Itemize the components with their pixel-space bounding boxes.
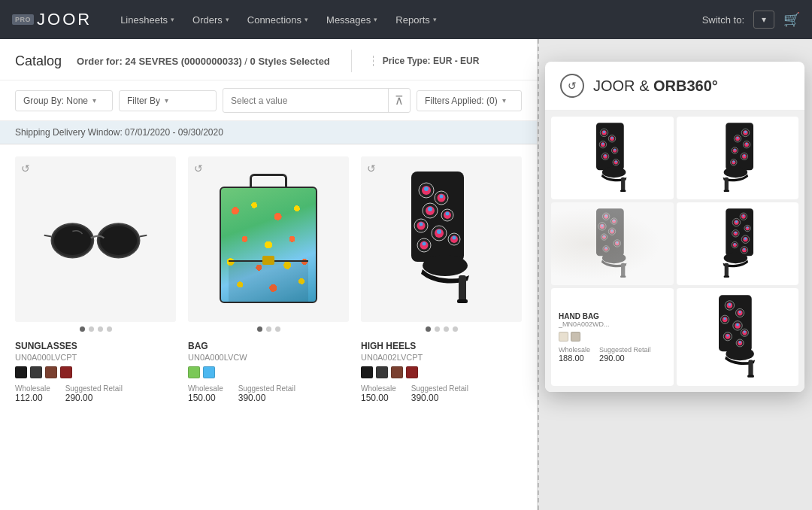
product-card-sunglasses: ↺ — [15, 156, 176, 498]
svg-line-4 — [44, 235, 52, 237]
product-dots-heels — [361, 326, 522, 332]
chevron-down-icon: ▾ — [502, 96, 506, 105]
orb-hand-bag-label: HAND BAG — [559, 312, 599, 320]
chevron-down-icon: ▾ — [433, 16, 437, 23]
product-image-sunglasses[interactable]: ↺ — [15, 156, 176, 322]
svg-point-53 — [602, 166, 626, 178]
dot[interactable] — [435, 326, 440, 332]
nav-linesheets[interactable]: Linesheets ▾ — [113, 10, 182, 30]
switch-to-button[interactable]: ▾ — [753, 11, 774, 29]
svg-rect-33 — [457, 299, 468, 303]
color-swatch[interactable] — [376, 366, 388, 378]
color-swatch[interactable] — [361, 366, 373, 378]
orb-color-swatch[interactable] — [571, 332, 580, 342]
cart-icon[interactable]: 🛒 — [783, 11, 800, 28]
nav-messages[interactable]: Messages ▾ — [319, 10, 385, 30]
color-swatch[interactable] — [60, 366, 72, 378]
chevron-down-icon: ▾ — [226, 16, 229, 23]
product-image-heels[interactable]: ↺ — [361, 156, 522, 322]
svg-point-43 — [602, 142, 604, 144]
dot[interactable] — [444, 326, 449, 332]
svg-rect-103 — [726, 208, 753, 256]
chevron-down-icon: ▾ — [171, 16, 174, 23]
svg-point-9 — [424, 187, 429, 191]
retail-value: 290.00 — [599, 354, 651, 363]
retail-pricing: Suggested Retail 390.00 — [411, 384, 468, 403]
group-by-select[interactable]: Group By: None ▾ — [15, 90, 113, 111]
orb-color-swatch[interactable] — [559, 332, 568, 342]
filters-applied[interactable]: Filters Applied: (0) ▾ — [417, 90, 522, 111]
boot-image — [571, 119, 653, 198]
color-swatch[interactable] — [203, 366, 215, 378]
svg-point-21 — [420, 223, 423, 226]
orb-product-info-card: HAND BAG _MN0A002WD... Wholesale 188.00 … — [551, 288, 674, 386]
navbar: PRO JOOR Linesheets ▾ Orders ▾ Connectio… — [0, 0, 812, 39]
dot[interactable] — [426, 326, 431, 332]
rotate-icon[interactable]: ↺ — [367, 162, 376, 175]
svg-point-149 — [738, 341, 741, 343]
products-grid: ↺ — [0, 144, 537, 510]
svg-point-3 — [100, 226, 137, 256]
color-swatch[interactable] — [188, 366, 200, 378]
svg-point-134 — [738, 311, 741, 313]
svg-point-24 — [437, 229, 441, 234]
orb-product-item[interactable] — [677, 117, 799, 199]
refresh-icon[interactable]: ↺ — [560, 74, 584, 98]
orb-product-item[interactable] — [677, 202, 799, 285]
filter-funnel-icon[interactable]: ⊼ — [388, 89, 410, 112]
catalog-title: Catalog — [15, 53, 62, 69]
dot[interactable] — [80, 326, 85, 332]
heels-image — [392, 164, 490, 314]
svg-point-40 — [611, 136, 614, 138]
dot[interactable] — [266, 326, 271, 332]
orb-product-item[interactable] — [551, 202, 674, 285]
rotate-icon[interactable]: ↺ — [21, 162, 30, 175]
svg-point-49 — [604, 154, 607, 156]
product-name: BAG — [188, 341, 349, 351]
svg-line-5 — [140, 235, 147, 237]
svg-point-146 — [726, 334, 729, 336]
svg-rect-151 — [748, 360, 753, 376]
color-swatch[interactable] — [45, 366, 57, 378]
filter-by-select[interactable]: Filter By ▾ — [119, 90, 217, 111]
orb-product-item[interactable] — [677, 288, 799, 386]
nav-reports[interactable]: Reports ▾ — [388, 10, 444, 30]
color-swatch[interactable] — [15, 366, 27, 378]
product-image-bag[interactable]: ↺ — [188, 156, 349, 322]
product-sku: UN0A000LVCW — [188, 353, 349, 362]
svg-point-52 — [615, 160, 617, 162]
wholesale-pricing: Wholesale 112.00 — [15, 384, 50, 403]
sunglasses-image — [43, 213, 148, 266]
wholesale-pricing: Wholesale 150.00 — [361, 384, 396, 403]
nav-connections[interactable]: Connections ▾ — [240, 10, 316, 30]
svg-point-30 — [423, 242, 426, 246]
orb-hand-bag-sku: _MN0A002WD... — [559, 320, 610, 328]
color-swatch[interactable] — [406, 366, 418, 378]
svg-rect-126 — [724, 263, 728, 276]
svg-point-18 — [446, 212, 450, 216]
svg-rect-54 — [621, 177, 625, 190]
dot[interactable] — [257, 326, 262, 332]
product-colors — [15, 366, 176, 378]
dot[interactable] — [453, 326, 458, 332]
dot[interactable] — [107, 326, 112, 332]
switch-to-label: Switch to: — [702, 14, 744, 26]
filter-bar: Group By: None ▾ Filter By ▾ ⊼ Filters A… — [0, 80, 537, 121]
product-card-heels: ↺ — [361, 156, 522, 498]
wholesale-pricing: Wholesale 150.00 — [188, 384, 223, 403]
dot[interactable] — [89, 326, 94, 332]
retail-pricing: Suggested Retail 290.00 — [65, 384, 123, 403]
svg-point-31 — [423, 255, 468, 276]
filter-value-input[interactable] — [223, 91, 388, 111]
boot-image — [696, 205, 779, 284]
svg-point-27 — [453, 236, 456, 240]
color-swatch[interactable] — [30, 366, 42, 378]
chevron-down-icon: ▾ — [92, 96, 96, 105]
dot[interactable] — [98, 326, 103, 332]
orb-panel: ↺ JOOR & ORB360° — [545, 62, 804, 392]
orb-product-item[interactable] — [551, 117, 674, 199]
color-swatch[interactable] — [391, 366, 403, 378]
nav-orders[interactable]: Orders ▾ — [185, 10, 237, 30]
rotate-icon[interactable]: ↺ — [194, 162, 203, 175]
dot[interactable] — [275, 326, 280, 332]
